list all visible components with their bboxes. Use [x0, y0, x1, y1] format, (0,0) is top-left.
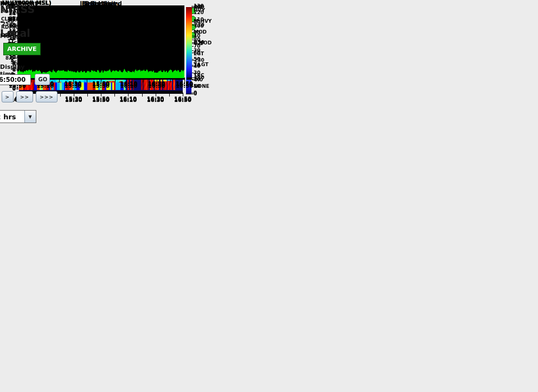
x-tick — [129, 78, 129, 81]
x-tick-label: 15:30 — [65, 97, 82, 103]
colorbar-tick-label: 0 — [194, 92, 197, 97]
x-tick — [87, 94, 88, 97]
archive-button[interactable]: ARCHIVE — [3, 43, 40, 55]
x-tick — [156, 94, 156, 97]
x-tick-label: 16:10 — [120, 81, 137, 87]
x-tick — [60, 94, 61, 97]
x-tick-label: 16:30 — [148, 81, 165, 87]
x-tick — [101, 78, 101, 81]
y-tick — [15, 62, 17, 63]
colorbar-tick-label: 210 — [194, 75, 204, 80]
nav-button[interactable]: >> — [16, 91, 33, 102]
colorbar-tick-label: 40 — [194, 34, 201, 38]
ilw-plot-canvas — [17, 7, 184, 78]
colorbar — [187, 7, 192, 78]
colorbar-tick-label: 290 — [194, 5, 204, 10]
y-tick — [15, 61, 17, 61]
time-zoom-value: 2 hrs — [0, 111, 24, 123]
chevron-down-icon[interactable]: ▼ — [24, 111, 36, 123]
y-tick — [15, 24, 17, 24]
y-tick — [15, 21, 17, 21]
x-tick — [170, 78, 171, 81]
x-tick-label: 15:50 — [92, 97, 110, 103]
colorbar-tick-label: 20 — [194, 63, 201, 68]
y-tick — [16, 89, 18, 89]
nav-button[interactable]: >>> — [36, 91, 57, 102]
y-tick — [15, 19, 17, 20]
nav-button[interactable]: > — [2, 91, 14, 102]
x-tick — [184, 78, 185, 81]
x-tick-label: 15:30 — [65, 81, 82, 87]
nirss-app: { "app": { "title": "NIRSS - Local", "ba… — [0, 0, 538, 392]
x-tick — [128, 94, 129, 97]
x-tick — [157, 78, 157, 81]
x-tick — [169, 94, 170, 97]
go-button[interactable]: GO — [35, 74, 50, 85]
colorbar-tick-label: 250 — [194, 40, 204, 45]
colorbar-tick-label: 230 — [194, 58, 204, 63]
x-tick-label: 16:30 — [147, 97, 164, 103]
y-tick — [15, 58, 17, 59]
display-time-input[interactable] — [0, 74, 31, 85]
x-tick-label: 15:50 — [92, 81, 110, 87]
x-tick — [142, 94, 143, 97]
time-zoom-select[interactable]: 2 hrs ▼ — [0, 110, 36, 123]
x-tick — [73, 78, 74, 81]
x-tick — [183, 94, 183, 97]
x-tick — [87, 78, 87, 81]
x-tick-label: 16:50 — [174, 97, 191, 103]
x-tick — [114, 94, 115, 97]
severity-label: NONE — [194, 83, 209, 89]
x-tick — [143, 78, 143, 81]
x-tick — [74, 94, 74, 97]
y-tick-label: 8.5 — [0, 55, 14, 61]
x-tick-label: 16:50 — [176, 81, 193, 87]
colorbar-tick-label: 30 — [194, 48, 201, 53]
x-tick — [31, 78, 32, 81]
x-tick-label: 16:10 — [119, 97, 137, 103]
x-tick — [115, 78, 116, 81]
y-tick — [15, 41, 17, 42]
colorbar-tick-label: 270 — [194, 23, 204, 28]
x-tick — [101, 94, 101, 97]
x-tick — [59, 78, 60, 81]
